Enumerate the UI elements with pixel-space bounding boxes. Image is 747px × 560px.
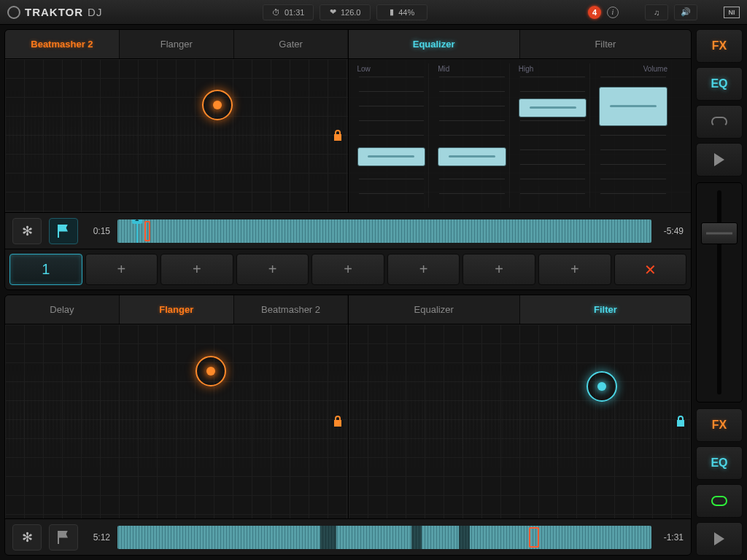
hotcue-add-2[interactable]: + <box>85 254 158 285</box>
play-icon <box>714 153 724 166</box>
deck-b-fx-tab-2[interactable]: Beatmasher 2 <box>234 295 348 324</box>
battery-icon: ▮ <box>390 7 394 17</box>
app-logo: TRAKTOR DJ <box>7 6 102 19</box>
hotcue-add-5[interactable]: + <box>311 254 384 285</box>
bpm-value: 126.0 <box>341 8 361 17</box>
deck-b-fx-tabs: Delay Flanger Beatmasher 2 <box>5 295 348 324</box>
eq-handle-mid[interactable] <box>438 147 506 166</box>
deck-b-eq-tabs: Equalizer Filter <box>348 295 692 324</box>
deck-a-waveform[interactable]: 1 <box>117 219 651 243</box>
deck-b-eq-tab-0[interactable]: Equalizer <box>349 295 520 324</box>
deck-b-waveform[interactable] <box>117 526 651 549</box>
battery-value: 44% <box>398 8 414 17</box>
deck-b-eq-toggle[interactable]: EQ <box>696 446 743 480</box>
speaker-icon: 🔊 <box>681 7 691 17</box>
loop-icon <box>711 496 727 506</box>
notification-badge[interactable]: 4 <box>588 6 601 19</box>
deck-a-hotcue-row: 1 + + + + + + + ✕ <box>5 249 691 289</box>
deck-a-freeze-button[interactable]: ✻ <box>12 218 42 244</box>
deck-a-playhead-box[interactable] <box>144 221 151 241</box>
deck-b-elapsed: 5:12 <box>85 532 110 542</box>
bpm-pill[interactable]: ❤ 126.0 <box>320 4 371 20</box>
deck-b-waveform-strip: ✻ 5:12 -1:31 <box>5 518 691 555</box>
music-note-icon: ♫ <box>654 8 659 17</box>
deck-a-remain: -5:49 <box>659 226 684 236</box>
deck-b-play-button[interactable] <box>696 522 743 556</box>
eq-handle-high[interactable] <box>519 98 587 117</box>
deck-b-filter-xy-dot[interactable] <box>587 371 617 402</box>
deck-b-freeze-button[interactable]: ✻ <box>12 524 42 551</box>
library-button[interactable]: ♫ <box>645 4 668 20</box>
app-header: TRAKTOR DJ ⏱ 01:31 ❤ 126.0 ▮ 44% 4 i ♫ 🔊… <box>0 0 747 25</box>
eq-handle-low[interactable] <box>357 147 426 166</box>
hotcue-1[interactable]: 1 <box>9 254 82 285</box>
deck-a-fx-tab-2[interactable]: Gater <box>234 30 348 58</box>
volume-button[interactable]: 🔊 <box>674 4 697 20</box>
deck-b-fx-xy-dot[interactable] <box>196 356 226 386</box>
deck-a-fx-toggle[interactable]: FX <box>696 29 743 63</box>
deck-b: Delay Flanger Beatmasher 2 Equalizer Fil… <box>4 295 692 556</box>
deck-a-eq-tab-1[interactable]: Filter <box>520 30 691 58</box>
hotcue-add-6[interactable]: + <box>387 254 460 285</box>
brand-bold: TRAKTOR <box>25 6 83 18</box>
deck-a: Beatmasher 2 Flanger Gater Equalizer Fil… <box>4 29 692 290</box>
heart-icon: ❤ <box>330 7 336 17</box>
eq-col-mid[interactable]: Mid <box>435 63 510 208</box>
hotcue-add-7[interactable]: + <box>462 254 535 285</box>
hotcue-add-4[interactable]: + <box>236 254 309 285</box>
deck-a-fx-xy-dot[interactable] <box>202 90 233 120</box>
eq-col-low[interactable]: Low <box>355 63 430 208</box>
snowflake-icon: ✻ <box>22 531 33 544</box>
deck-a-loop-button[interactable] <box>696 105 743 139</box>
deck-b-fx-tab-1[interactable]: Flanger <box>120 295 234 324</box>
clock-value: 01:31 <box>285 8 305 17</box>
deck-b-playhead-box[interactable] <box>529 527 540 548</box>
deck-b-fx-lock-icon[interactable] <box>332 415 344 428</box>
deck-b-eq-tab-1[interactable]: Filter <box>520 295 691 324</box>
deck-a-fx-xypad[interactable] <box>5 59 348 212</box>
crossfader-handle[interactable] <box>701 222 738 244</box>
deck-a-waveform-strip: ✻ 0:15 1 -5:49 <box>5 212 691 249</box>
deck-a-play-button[interactable] <box>696 143 743 176</box>
deck-b-cue-flag-button[interactable] <box>49 524 78 551</box>
deck-a-eq-toggle[interactable]: EQ <box>696 67 743 101</box>
hotcue-add-3[interactable]: + <box>160 254 233 285</box>
deck-a-cue-marker[interactable]: 1 <box>136 219 138 243</box>
battery-pill: ▮ 44% <box>376 4 427 20</box>
clock-pill: ⏱ 01:31 <box>263 4 314 20</box>
deck-a-fx-lock-icon[interactable] <box>332 129 344 142</box>
deck-a-fx-tab-1[interactable]: Flanger <box>120 30 234 58</box>
deck-a-fx-tab-0[interactable]: Beatmasher 2 <box>5 30 120 58</box>
right-sidebar: FX EQ FX EQ <box>696 25 747 560</box>
hotcue-add-8[interactable]: + <box>538 254 611 285</box>
play-icon <box>714 532 724 545</box>
deck-a-eq-panel: Low Mid High <box>348 59 692 212</box>
deck-b-loop-button[interactable] <box>696 484 743 518</box>
logo-gear-icon <box>7 6 20 19</box>
clock-icon: ⏱ <box>272 8 280 17</box>
deck-a-eq-tabs: Equalizer Filter <box>348 30 692 59</box>
deck-b-remain: -1:31 <box>659 532 684 542</box>
brand-thin: DJ <box>88 6 102 18</box>
deck-a-cue-flag-button[interactable] <box>49 218 78 244</box>
snowflake-icon: ✻ <box>22 225 33 238</box>
hotcue-delete[interactable]: ✕ <box>614 254 687 285</box>
deck-b-fx-tab-0[interactable]: Delay <box>5 295 120 324</box>
deck-b-filter-lock-icon[interactable] <box>675 415 686 428</box>
deck-b-fx-toggle[interactable]: FX <box>696 408 743 442</box>
deck-b-fx-xypad[interactable] <box>5 324 348 518</box>
crossfader[interactable] <box>696 182 743 402</box>
eq-col-high[interactable]: High <box>516 63 591 208</box>
eq-handle-volume[interactable] <box>599 87 667 126</box>
deck-a-fx-tabs: Beatmasher 2 Flanger Gater <box>5 30 348 59</box>
deck-a-eq-tab-0[interactable]: Equalizer <box>349 30 520 58</box>
deck-b-filter-xypad[interactable] <box>348 324 692 518</box>
deck-a-elapsed: 0:15 <box>85 226 110 236</box>
info-icon[interactable]: i <box>607 7 619 18</box>
flag-icon <box>58 225 69 238</box>
loop-icon <box>711 117 727 127</box>
ni-logo-icon[interactable]: NI <box>724 7 740 18</box>
flag-icon <box>58 531 69 544</box>
eq-col-volume[interactable]: Volume <box>596 63 670 208</box>
